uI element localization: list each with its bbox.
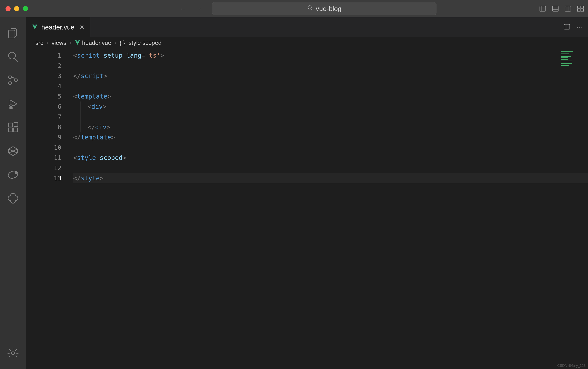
nav-back-button[interactable]: ← (179, 5, 187, 13)
nav-forward-button[interactable]: → (195, 5, 202, 13)
titlebar-layout-controls (539, 5, 584, 13)
chevron-right-icon: › (113, 40, 118, 46)
svg-line-13 (15, 58, 18, 62)
toggle-panel-button[interactable] (551, 5, 559, 13)
svg-point-31 (12, 352, 15, 355)
run-debug-activity[interactable] (0, 92, 26, 116)
svg-rect-6 (565, 6, 571, 11)
search-icon (307, 5, 313, 12)
activity-bar (0, 17, 26, 369)
editor-tabs: header.vue ✕ ··· (26, 17, 588, 37)
openai-activity[interactable] (0, 186, 26, 210)
svg-point-30 (15, 172, 17, 174)
tab-close-button[interactable]: ✕ (78, 24, 84, 31)
settings-gear-activity[interactable] (0, 341, 26, 365)
svg-rect-4 (552, 6, 558, 11)
customize-layout-button[interactable] (577, 5, 584, 13)
svg-rect-24 (14, 123, 18, 126)
svg-point-12 (9, 52, 16, 59)
code-content[interactable]: <script setup lang='ts'></script><templa… (73, 49, 588, 369)
search-text: vue-blog (316, 5, 341, 13)
svg-rect-21 (9, 123, 13, 127)
svg-line-1 (311, 9, 312, 10)
nav-arrows: ← → (179, 5, 202, 13)
command-center-search[interactable]: vue-blog (212, 2, 436, 15)
minimize-window-button[interactable] (14, 6, 19, 11)
toggle-primary-sidebar-button[interactable] (539, 5, 547, 13)
breadcrumb-file[interactable]: header.vue (82, 40, 111, 46)
source-control-activity[interactable] (0, 68, 26, 92)
svg-rect-8 (578, 6, 580, 9)
window-controls (0, 6, 28, 11)
svg-rect-11 (581, 9, 583, 11)
breadcrumb-views[interactable]: views (52, 40, 66, 46)
editor-area: header.vue ✕ ··· src › views › header.vu… (26, 17, 588, 369)
extensions-activity[interactable] (0, 116, 26, 139)
breadcrumb-symbol[interactable]: style scoped (129, 40, 162, 46)
close-window-button[interactable] (6, 6, 11, 11)
chevron-right-icon: › (45, 40, 50, 46)
svg-point-16 (15, 79, 18, 82)
svg-rect-2 (540, 6, 546, 11)
vue-file-icon (75, 39, 81, 47)
ellipse-activity[interactable] (0, 163, 26, 186)
title-bar: ← → vue-blog (0, 0, 588, 17)
svg-rect-22 (9, 128, 13, 132)
remote-activity[interactable] (0, 139, 26, 163)
svg-point-29 (7, 170, 19, 180)
svg-rect-9 (581, 6, 583, 9)
svg-point-14 (9, 76, 12, 79)
code-editor[interactable]: 12345678910111213 <script setup lang='ts… (26, 49, 588, 369)
breadcrumb-src[interactable]: src (35, 40, 43, 46)
line-number-gutter: 12345678910111213 (26, 49, 73, 369)
svg-point-15 (9, 82, 12, 85)
svg-rect-23 (14, 128, 18, 132)
symbol-braces-icon: { } (119, 40, 125, 46)
svg-point-0 (308, 6, 311, 9)
breadcrumbs[interactable]: src › views › header.vue › { } style sco… (26, 37, 588, 49)
vue-file-icon (32, 24, 38, 31)
toggle-secondary-sidebar-button[interactable] (564, 5, 572, 13)
tab-header-vue[interactable]: header.vue ✕ (26, 17, 90, 37)
search-activity[interactable] (0, 45, 26, 68)
svg-rect-10 (578, 9, 580, 11)
minimap[interactable] (560, 50, 588, 369)
editor-overflow-menu[interactable]: ··· (577, 23, 582, 31)
explorer-activity[interactable] (0, 21, 26, 45)
chevron-right-icon: › (68, 40, 73, 46)
watermark-text: CSDN @fury_123 (557, 364, 586, 368)
maximize-window-button[interactable] (23, 6, 28, 11)
tab-label: header.vue (41, 23, 74, 31)
split-editor-button[interactable] (563, 23, 571, 31)
